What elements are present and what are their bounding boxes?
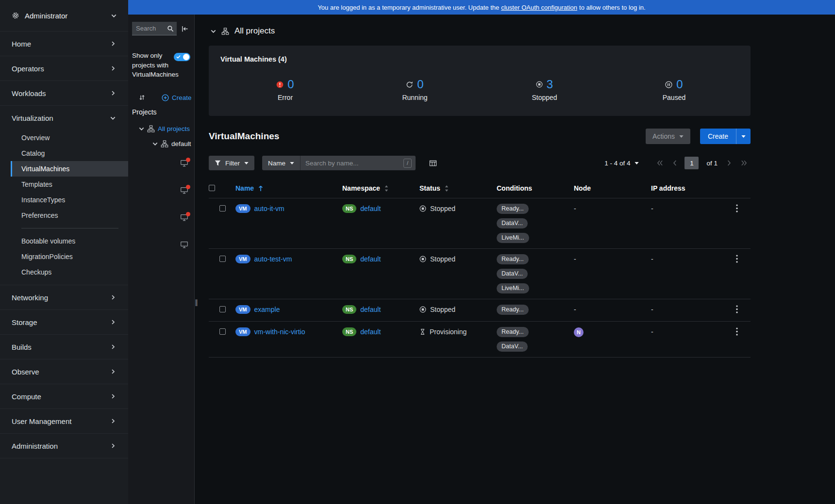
- sidebar-item-networking[interactable]: Networking: [0, 285, 128, 309]
- node-badge[interactable]: N: [574, 327, 584, 337]
- create-button[interactable]: Create: [700, 129, 736, 144]
- chevron-right-icon: [111, 419, 116, 423]
- node-value: -: [574, 306, 576, 313]
- stat-count-link[interactable]: 0: [417, 78, 423, 91]
- chevron-right-icon: [111, 394, 116, 399]
- conditions-cell: Ready...DataV...: [497, 322, 574, 357]
- actions-dropdown[interactable]: Actions: [646, 129, 690, 144]
- pagination-summary-dropdown[interactable]: 1 - 4 of 4: [604, 160, 639, 167]
- select-all-checkbox[interactable]: [209, 185, 215, 191]
- current-page-input[interactable]: 1: [685, 157, 699, 169]
- sidebar-item-label: Observe: [12, 368, 111, 376]
- vm-filter-toggle[interactable]: [174, 53, 190, 61]
- table-body: VMauto-it-vmNSdefaultStoppedReady...Data…: [209, 198, 751, 358]
- sidebar-item-checkups[interactable]: Checkups: [11, 264, 128, 280]
- sidebar-item-home[interactable]: Home: [0, 32, 128, 56]
- last-page-button[interactable]: [737, 158, 751, 168]
- sidebar-item-storage[interactable]: Storage: [0, 310, 128, 334]
- namespace-link[interactable]: default: [360, 327, 381, 337]
- sidebar-item-virtualmachines[interactable]: VirtualMachines: [11, 161, 128, 177]
- filter-icon: [215, 160, 221, 166]
- chevron-right-icon: [111, 443, 116, 448]
- previous-page-button[interactable]: [669, 158, 680, 168]
- namespace-link[interactable]: default: [360, 254, 381, 264]
- column-header-status[interactable]: Status: [419, 179, 497, 197]
- stat-count-link[interactable]: 0: [287, 78, 294, 91]
- stat-count-link[interactable]: 0: [676, 78, 683, 91]
- create-project-button[interactable]: Create Project: [162, 94, 192, 101]
- sidebar-item-bootable-volumes[interactable]: Bootable volumes: [11, 233, 128, 249]
- search-attribute-dropdown[interactable]: Name: [262, 156, 301, 170]
- oauth-config-link[interactable]: cluster OAuth configuration: [501, 4, 577, 11]
- create-dropdown-toggle[interactable]: [736, 129, 751, 144]
- search-icon[interactable]: [167, 25, 174, 32]
- main-navigation-sidebar: Administrator HomeOperatorsWorkloadsVirt…: [0, 0, 128, 504]
- sidebar-item-preferences[interactable]: Preferences: [11, 208, 128, 223]
- sidebar-item-instancetypes[interactable]: InstanceTypes: [11, 192, 128, 208]
- tree-item-vm[interactable]: [132, 159, 192, 167]
- sidebar-item-migrationpolicies[interactable]: MigrationPolicies: [11, 249, 128, 264]
- project-search-input[interactable]: [136, 25, 167, 32]
- row-checkbox[interactable]: [219, 306, 226, 312]
- vm-status-stat-paused: 0Paused: [609, 78, 739, 101]
- vm-status-stats: 0Error0Running3Stopped0Paused: [220, 78, 739, 101]
- ip-cell: -: [651, 249, 734, 269]
- manage-columns-icon[interactable]: [429, 160, 437, 167]
- vm-name-link[interactable]: vm-with-nic-virtio: [254, 327, 305, 337]
- resize-grip-icon: ∥: [195, 298, 198, 306]
- stat-count-link[interactable]: 3: [547, 78, 553, 91]
- tree-item-project-default[interactable]: default: [132, 140, 192, 149]
- row-checkbox[interactable]: [219, 205, 226, 211]
- row-actions-kebab-icon[interactable]: [734, 203, 740, 213]
- sidebar-item-virtualization[interactable]: Virtualization: [0, 106, 128, 130]
- page-title: VirtualMachines: [209, 131, 646, 142]
- filter-dropdown[interactable]: Filter: [209, 156, 254, 170]
- vm-icon: [180, 213, 188, 221]
- table-row-vm-with-nic-virtio: VMvm-with-nic-virtioNSdefaultProvisionin…: [209, 322, 751, 358]
- vm-kind-badge: VM: [235, 204, 250, 213]
- sidebar-item-observe[interactable]: Observe: [0, 359, 128, 384]
- row-checkbox[interactable]: [219, 328, 226, 335]
- sidebar-item-templates[interactable]: Templates: [11, 177, 128, 192]
- conditions-cell: Ready...DataV...LiveMi...: [497, 198, 574, 248]
- namespace-cell: NSdefault: [342, 322, 419, 342]
- status-label: Provisioning: [430, 327, 467, 337]
- first-page-button[interactable]: [653, 158, 667, 168]
- vm-name-link[interactable]: example: [254, 305, 280, 314]
- row-checkbox[interactable]: [219, 256, 226, 262]
- stat-label: Stopped: [532, 94, 557, 101]
- sidebar-item-overview[interactable]: Overview: [11, 130, 128, 146]
- perspective-switcher[interactable]: Administrator: [0, 0, 128, 31]
- tree-item-vm[interactable]: [132, 213, 192, 221]
- row-actions-kebab-icon[interactable]: [734, 326, 740, 337]
- sidebar-item-catalog[interactable]: Catalog: [11, 146, 128, 161]
- row-actions-kebab-icon[interactable]: [734, 304, 740, 314]
- status-cell: Stopped: [419, 249, 497, 269]
- column-header-ip-address: IP address: [651, 179, 734, 197]
- next-page-button[interactable]: [724, 158, 735, 168]
- vm-name-link[interactable]: auto-it-vm: [254, 204, 284, 213]
- namespace-link[interactable]: default: [360, 305, 381, 314]
- vm-name-link[interactable]: auto-test-vm: [254, 254, 292, 264]
- tree-item-vm[interactable]: [132, 186, 192, 194]
- sidebar-item-compute[interactable]: Compute: [0, 384, 128, 408]
- tree-item-all-projects[interactable]: All projects: [132, 125, 192, 134]
- collapse-panel-icon[interactable]: [181, 25, 188, 33]
- alert-dot: [186, 185, 190, 189]
- sidebar-item-user-management[interactable]: User Management: [0, 409, 128, 433]
- column-header-name[interactable]: Name: [235, 179, 342, 197]
- panel-resize-handle[interactable]: ∥: [195, 15, 199, 504]
- chevron-down-icon: [111, 13, 117, 18]
- chevron-down-icon[interactable]: [211, 29, 216, 34]
- row-actions-kebab-icon[interactable]: [734, 254, 740, 264]
- namespace-link[interactable]: default: [360, 204, 381, 213]
- condition-label: Ready...: [497, 327, 529, 337]
- sort-projects-icon[interactable]: [139, 94, 145, 101]
- sidebar-item-builds[interactable]: Builds: [0, 335, 128, 359]
- tree-item-vm[interactable]: [132, 241, 192, 248]
- sidebar-item-administration[interactable]: Administration: [0, 434, 128, 458]
- sidebar-item-workloads[interactable]: Workloads: [0, 81, 128, 105]
- name-search-input[interactable]: [305, 160, 403, 167]
- column-header-namespace[interactable]: Namespace: [342, 179, 419, 197]
- sidebar-item-operators[interactable]: Operators: [0, 56, 128, 81]
